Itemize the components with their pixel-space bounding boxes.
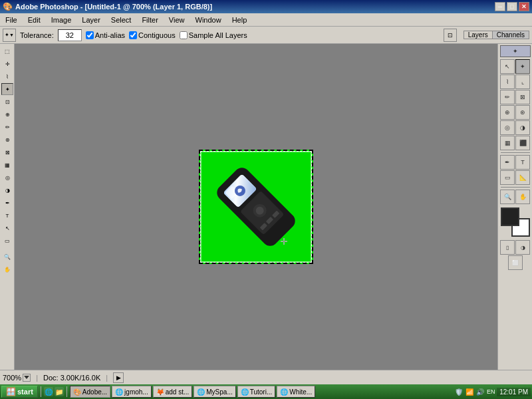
palette-text[interactable]: T xyxy=(515,155,530,170)
taskbar-item-tutori[interactable]: 🌐 Tutori... xyxy=(237,386,276,398)
palette-quickmask-mode[interactable]: ◑ xyxy=(515,240,530,255)
taskbar-item-myspa[interactable]: 🌐 MySpa... xyxy=(194,386,235,398)
tolerance-input[interactable] xyxy=(58,29,82,41)
taskbar-item-label-myspa: MySpa... xyxy=(206,388,232,396)
tab-channels[interactable]: Channels xyxy=(493,31,529,39)
menu-image[interactable]: Image xyxy=(49,15,74,25)
taskbar-item-icon-jgmoh: 🌐 xyxy=(115,388,123,396)
menu-bar: File Edit Image Layer Select Filter View… xyxy=(0,13,532,27)
app-icon: 🎨 xyxy=(3,2,13,11)
taskbar-item-icon-addst: 🦊 xyxy=(156,388,164,396)
menu-layer[interactable]: Layer xyxy=(79,15,103,25)
palette-smudge[interactable]: ◑ xyxy=(515,120,530,135)
menu-filter[interactable]: Filter xyxy=(139,15,160,25)
close-button[interactable]: ✕ xyxy=(519,2,529,11)
tray-icon-volume[interactable]: 🔊 xyxy=(475,387,485,396)
tool-text[interactable]: T xyxy=(1,209,13,221)
start-button[interactable]: 🪟 start xyxy=(1,386,38,398)
minimize-button[interactable]: ─ xyxy=(495,2,505,11)
tab-layers[interactable]: Layers xyxy=(464,31,493,39)
panel-tab-group: Layers Channels xyxy=(464,31,529,39)
palette-blur[interactable]: ◎ xyxy=(500,120,515,135)
palette-healing[interactable]: ⊕ xyxy=(500,105,515,120)
anti-alias-checkbox[interactable] xyxy=(86,31,94,39)
system-clock: 12:01 PM xyxy=(497,388,531,396)
palette-select-tool[interactable]: ↖ xyxy=(500,59,515,74)
menu-help[interactable]: Help xyxy=(229,15,250,25)
palette-shape[interactable]: ▭ xyxy=(500,170,515,185)
palette-row-quickmask: ▯ ◑ xyxy=(500,240,530,255)
taskbar-item-adobe[interactable]: 🎨 Adobe... xyxy=(70,386,110,398)
tool-eraser[interactable]: ⊠ xyxy=(1,146,13,158)
canvas-background[interactable] xyxy=(199,150,313,264)
menu-window[interactable]: Window xyxy=(193,15,224,25)
tool-shape[interactable]: ▭ xyxy=(1,235,13,247)
palette-row-screenmode: ⬜ xyxy=(508,255,523,270)
contiguous-checkbox[interactable] xyxy=(129,31,137,39)
taskbar-item-label-jgmoh: jgmoh... xyxy=(124,388,148,396)
menu-select[interactable]: Select xyxy=(108,15,134,25)
tool-path-select[interactable]: ↖ xyxy=(1,222,13,234)
tool-magic-wand[interactable]: ✦ xyxy=(1,83,13,95)
palette-crop[interactable]: ⌞ xyxy=(515,74,530,89)
tool-preset-picker[interactable]: ✦▼ xyxy=(3,29,16,42)
tool-brush[interactable]: ✏ xyxy=(1,121,13,133)
palette-row-1: ↖ ✦ xyxy=(500,59,530,74)
cursor-indicator xyxy=(281,238,287,245)
tray-icon-security[interactable]: 🛡️ xyxy=(454,387,464,396)
menu-edit[interactable]: Edit xyxy=(25,15,43,25)
taskbar-item-jgmoh[interactable]: 🌐 jgmoh... xyxy=(112,386,152,398)
palette-lasso[interactable]: ⌇ xyxy=(500,74,515,89)
tool-crop[interactable]: ⊡ xyxy=(1,96,13,108)
options-bar: ✦▼ Tolerance: Anti-alias Contiguous Samp… xyxy=(0,27,532,44)
maximize-button[interactable]: □ xyxy=(507,2,517,11)
palette-brush[interactable]: ✏ xyxy=(500,90,515,104)
tool-healing-brush[interactable]: ⊕ xyxy=(1,108,13,120)
contiguous-label: Contiguous xyxy=(129,31,176,39)
phone-canvas-image xyxy=(199,150,313,264)
tool-blur[interactable]: ◎ xyxy=(1,172,13,184)
tool-zoom[interactable]: 🔍 xyxy=(1,251,13,263)
palette-pen[interactable]: ✒ xyxy=(500,155,515,170)
palette-hand[interactable]: ✋ xyxy=(515,190,530,204)
taskbar-item-addst[interactable]: 🦊 add st... xyxy=(153,386,193,398)
palette-measure[interactable]: 📐 xyxy=(515,170,530,185)
options-extra-btn[interactable]: ⊡ xyxy=(444,29,457,42)
taskbar: 🪟 start 🌐 📁 🎨 Adobe... 🌐 jgmoh... 🦊 add … xyxy=(0,384,532,399)
status-arrow-button[interactable]: ▶ xyxy=(113,372,124,383)
tool-lasso[interactable]: ⌇ xyxy=(1,70,13,82)
zoom-dropdown-button[interactable] xyxy=(23,374,31,382)
palette-fill[interactable]: ⬛ xyxy=(515,136,530,150)
palette-screen-mode[interactable]: ⬜ xyxy=(508,255,523,270)
tray-icon-language[interactable]: EN xyxy=(486,387,495,396)
title-bar: 🎨 Adobe Photoshop - [Untitled-1 @ 700% (… xyxy=(0,0,532,13)
tool-gradient[interactable]: ▦ xyxy=(1,159,13,171)
tool-dodge[interactable]: ◑ xyxy=(1,184,13,196)
palette-eraser[interactable]: ⊠ xyxy=(515,90,530,104)
palette-zoom[interactable]: 🔍 xyxy=(500,190,515,204)
palette-clone[interactable]: ⊛ xyxy=(515,105,530,120)
taskbar-item-label-addst: add st... xyxy=(166,388,190,396)
canvas-area[interactable] xyxy=(15,44,497,370)
quicklaunch-ie[interactable]: 🌐 xyxy=(44,387,53,396)
tool-move[interactable]: ✛ xyxy=(1,58,13,70)
palette-magic-wand[interactable]: ✦ xyxy=(515,59,530,74)
palette-standard-mode[interactable]: ▯ xyxy=(500,240,515,255)
taskbar-item-icon-myspa: 🌐 xyxy=(197,388,205,396)
quicklaunch-explorer[interactable]: 📁 xyxy=(55,387,64,396)
main-area: ⬚ ✛ ⌇ ✦ ⊡ ⊕ ✏ ⊛ ⊠ ▦ ◎ ◑ ✒ T ↖ ▭ 🔍 ✋ xyxy=(0,44,532,370)
foreground-color-swatch[interactable] xyxy=(501,207,519,226)
tray-icon-network[interactable]: 📶 xyxy=(465,387,474,396)
tool-clone-stamp[interactable]: ⊛ xyxy=(1,134,13,146)
tool-hand[interactable]: ✋ xyxy=(1,263,13,275)
color-swatches[interactable] xyxy=(501,207,530,237)
tool-pen[interactable]: ✒ xyxy=(1,197,13,209)
menu-view[interactable]: View xyxy=(166,15,188,25)
palette-gradient[interactable]: ▦ xyxy=(500,136,515,150)
menu-file[interactable]: File xyxy=(3,15,20,25)
taskbar-right: 🛡️ 📶 🔊 EN 12:01 PM xyxy=(454,387,531,396)
taskbar-item-white[interactable]: 🌐 White... xyxy=(277,386,315,398)
sample-all-layers-checkbox[interactable] xyxy=(180,31,188,39)
anti-alias-label: Anti-alias xyxy=(86,31,125,39)
tool-rectangular-marquee[interactable]: ⬚ xyxy=(1,45,13,57)
